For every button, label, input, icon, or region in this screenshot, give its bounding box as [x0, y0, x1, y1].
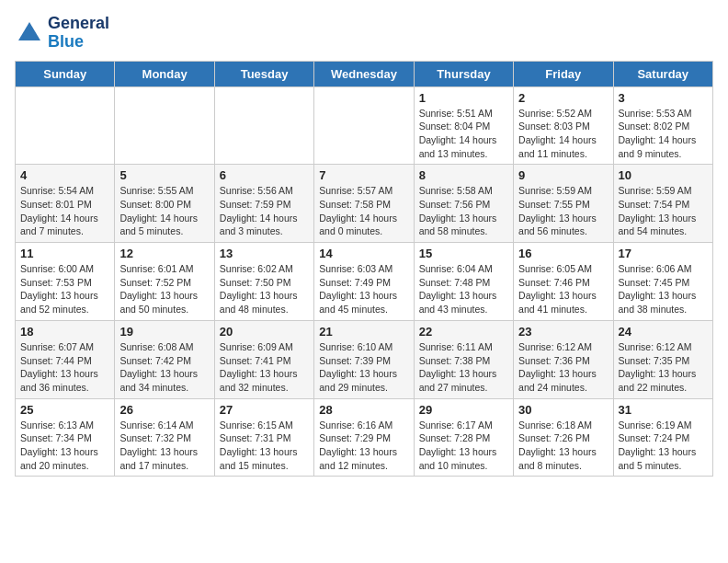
day-info: Sunrise: 5:52 AMSunset: 8:03 PMDaylight:… — [518, 107, 608, 161]
day-number: 2 — [518, 91, 608, 105]
day-number: 3 — [619, 91, 708, 105]
logo-icon — [15, 18, 44, 48]
calendar-cell: 20Sunrise: 6:09 AMSunset: 7:41 PMDayligh… — [214, 320, 313, 398]
day-info: Sunrise: 6:04 AMSunset: 7:48 PMDaylight:… — [419, 262, 508, 316]
day-number: 16 — [518, 247, 608, 260]
calendar-week-5: 25Sunrise: 6:13 AMSunset: 7:34 PMDayligh… — [16, 398, 713, 477]
calendar-cell: 29Sunrise: 6:17 AMSunset: 7:28 PMDayligh… — [414, 398, 513, 477]
calendar-cell: 3Sunrise: 5:53 AMSunset: 8:02 PMDaylight… — [613, 86, 712, 165]
calendar-cell: 27Sunrise: 6:15 AMSunset: 7:31 PMDayligh… — [214, 398, 313, 477]
day-number: 7 — [319, 168, 408, 182]
column-header-sunday: Sunday — [16, 61, 115, 86]
calendar-cell: 7Sunrise: 5:57 AMSunset: 7:58 PMDaylight… — [314, 165, 414, 243]
calendar-week-4: 18Sunrise: 6:07 AMSunset: 7:44 PMDayligh… — [16, 320, 713, 398]
day-number: 21 — [319, 325, 408, 339]
day-number: 28 — [319, 403, 408, 417]
day-info: Sunrise: 5:57 AMSunset: 7:58 PMDaylight:… — [319, 184, 408, 238]
day-number: 8 — [419, 168, 508, 182]
column-header-wednesday: Wednesday — [314, 61, 414, 86]
day-info: Sunrise: 5:53 AMSunset: 8:02 PMDaylight:… — [619, 107, 708, 161]
day-info: Sunrise: 6:18 AMSunset: 7:26 PMDaylight:… — [518, 419, 608, 473]
day-info: Sunrise: 6:07 AMSunset: 7:44 PMDaylight:… — [20, 340, 109, 395]
day-info: Sunrise: 5:55 AMSunset: 8:00 PMDaylight:… — [119, 184, 209, 238]
day-number: 22 — [419, 325, 508, 339]
calendar-cell: 10Sunrise: 5:59 AMSunset: 7:54 PMDayligh… — [613, 165, 712, 243]
day-info: Sunrise: 6:12 AMSunset: 7:36 PMDaylight:… — [518, 340, 608, 395]
day-number: 27 — [220, 403, 309, 417]
column-header-friday: Friday — [514, 61, 613, 86]
day-info: Sunrise: 5:59 AMSunset: 7:55 PMDaylight:… — [518, 184, 608, 238]
calendar-cell: 13Sunrise: 6:02 AMSunset: 7:50 PMDayligh… — [214, 243, 313, 321]
calendar-cell: 4Sunrise: 5:54 AMSunset: 8:01 PMDaylight… — [16, 165, 115, 243]
day-number: 5 — [119, 168, 209, 182]
day-info: Sunrise: 6:15 AMSunset: 7:31 PMDaylight:… — [220, 419, 309, 473]
calendar-cell: 8Sunrise: 5:58 AMSunset: 7:56 PMDaylight… — [414, 165, 513, 243]
calendar-cell: 25Sunrise: 6:13 AMSunset: 7:34 PMDayligh… — [16, 398, 115, 477]
column-header-monday: Monday — [115, 61, 214, 86]
calendar-cell: 9Sunrise: 5:59 AMSunset: 7:55 PMDaylight… — [514, 165, 613, 243]
calendar-cell: 2Sunrise: 5:52 AMSunset: 8:03 PMDaylight… — [514, 86, 613, 165]
day-number: 12 — [119, 247, 209, 260]
day-info: Sunrise: 6:19 AMSunset: 7:24 PMDaylight:… — [619, 419, 708, 473]
calendar-week-2: 4Sunrise: 5:54 AMSunset: 8:01 PMDaylight… — [16, 165, 713, 243]
day-info: Sunrise: 6:12 AMSunset: 7:35 PMDaylight:… — [619, 340, 708, 395]
day-info: Sunrise: 6:10 AMSunset: 7:39 PMDaylight:… — [319, 340, 408, 395]
calendar-cell: 16Sunrise: 6:05 AMSunset: 7:46 PMDayligh… — [514, 243, 613, 321]
day-info: Sunrise: 6:02 AMSunset: 7:50 PMDaylight:… — [220, 262, 309, 316]
day-number: 15 — [419, 247, 508, 260]
day-number: 18 — [20, 325, 109, 339]
calendar-cell — [314, 86, 414, 165]
calendar-cell: 31Sunrise: 6:19 AMSunset: 7:24 PMDayligh… — [613, 398, 712, 477]
calendar-cell: 26Sunrise: 6:14 AMSunset: 7:32 PMDayligh… — [115, 398, 214, 477]
calendar-cell — [16, 86, 115, 165]
calendar-cell: 19Sunrise: 6:08 AMSunset: 7:42 PMDayligh… — [115, 320, 214, 398]
column-header-thursday: Thursday — [414, 61, 513, 86]
day-number: 9 — [518, 168, 608, 182]
day-number: 13 — [220, 247, 309, 260]
day-info: Sunrise: 6:16 AMSunset: 7:29 PMDaylight:… — [319, 419, 408, 473]
day-number: 4 — [20, 168, 109, 182]
day-info: Sunrise: 6:13 AMSunset: 7:34 PMDaylight:… — [20, 419, 109, 473]
calendar-cell: 22Sunrise: 6:11 AMSunset: 7:38 PMDayligh… — [414, 320, 513, 398]
day-number: 1 — [419, 91, 508, 105]
day-info: Sunrise: 6:05 AMSunset: 7:46 PMDaylight:… — [518, 262, 608, 316]
day-number: 29 — [419, 403, 508, 417]
day-number: 31 — [619, 403, 708, 417]
calendar-cell: 28Sunrise: 6:16 AMSunset: 7:29 PMDayligh… — [314, 398, 414, 477]
day-info: Sunrise: 5:56 AMSunset: 7:59 PMDaylight:… — [220, 184, 309, 238]
day-number: 6 — [220, 168, 309, 182]
calendar-cell — [214, 86, 313, 165]
day-info: Sunrise: 5:58 AMSunset: 7:56 PMDaylight:… — [419, 184, 508, 238]
day-number: 14 — [319, 247, 408, 260]
svg-rect-1 — [24, 34, 36, 40]
day-info: Sunrise: 5:54 AMSunset: 8:01 PMDaylight:… — [20, 184, 109, 238]
calendar-cell: 15Sunrise: 6:04 AMSunset: 7:48 PMDayligh… — [414, 243, 513, 321]
day-info: Sunrise: 6:17 AMSunset: 7:28 PMDaylight:… — [419, 419, 508, 473]
calendar-cell: 6Sunrise: 5:56 AMSunset: 7:59 PMDaylight… — [214, 165, 313, 243]
calendar-cell: 1Sunrise: 5:51 AMSunset: 8:04 PMDaylight… — [414, 86, 513, 165]
calendar-cell: 11Sunrise: 6:00 AMSunset: 7:53 PMDayligh… — [16, 243, 115, 321]
calendar-cell — [115, 86, 214, 165]
day-info: Sunrise: 6:14 AMSunset: 7:32 PMDaylight:… — [119, 419, 209, 473]
day-number: 19 — [119, 325, 209, 339]
day-number: 25 — [20, 403, 109, 417]
day-info: Sunrise: 6:06 AMSunset: 7:45 PMDaylight:… — [619, 262, 708, 316]
calendar-cell: 12Sunrise: 6:01 AMSunset: 7:52 PMDayligh… — [115, 243, 214, 321]
calendar-cell: 21Sunrise: 6:10 AMSunset: 7:39 PMDayligh… — [314, 320, 414, 398]
page-header: General Blue — [15, 15, 713, 52]
day-info: Sunrise: 6:00 AMSunset: 7:53 PMDaylight:… — [20, 262, 109, 316]
logo-text: General Blue — [48, 15, 109, 52]
calendar-cell: 18Sunrise: 6:07 AMSunset: 7:44 PMDayligh… — [16, 320, 115, 398]
day-info: Sunrise: 6:11 AMSunset: 7:38 PMDaylight:… — [419, 340, 508, 395]
calendar-cell: 14Sunrise: 6:03 AMSunset: 7:49 PMDayligh… — [314, 243, 414, 321]
day-number: 11 — [20, 247, 109, 260]
calendar-week-1: 1Sunrise: 5:51 AMSunset: 8:04 PMDaylight… — [16, 86, 713, 165]
calendar-table: SundayMondayTuesdayWednesdayThursdayFrid… — [15, 61, 713, 477]
day-number: 10 — [619, 168, 708, 182]
calendar-cell: 23Sunrise: 6:12 AMSunset: 7:36 PMDayligh… — [514, 320, 613, 398]
day-info: Sunrise: 6:01 AMSunset: 7:52 PMDaylight:… — [119, 262, 209, 316]
day-number: 24 — [619, 325, 708, 339]
day-number: 30 — [518, 403, 608, 417]
calendar-week-3: 11Sunrise: 6:00 AMSunset: 7:53 PMDayligh… — [16, 243, 713, 321]
day-info: Sunrise: 6:09 AMSunset: 7:41 PMDaylight:… — [220, 340, 309, 395]
